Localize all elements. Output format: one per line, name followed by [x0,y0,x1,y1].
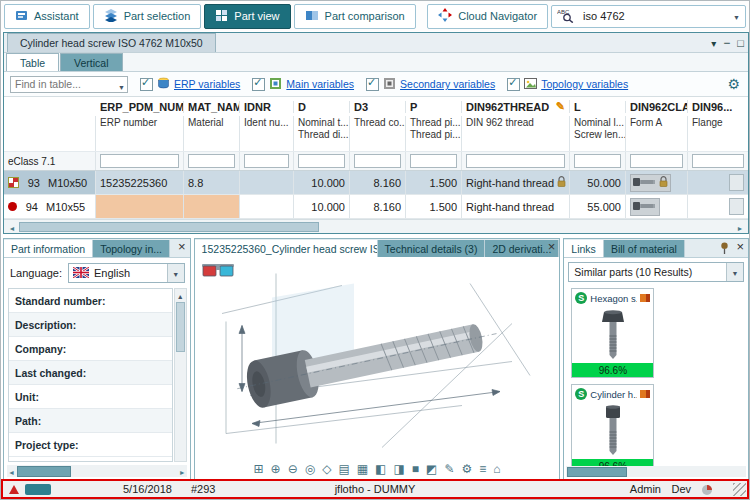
col-header-p[interactable]: P [406,101,462,113]
table-row[interactable]: 93 M10x50 15235225360 8.8 10.000 8.160 1… [4,171,748,195]
field-standard-number[interactable]: Standard number: [9,289,172,313]
rotate-icon[interactable] [305,462,315,476]
table-horizontal-scrollbar[interactable] [4,219,748,233]
scrollbar-thumb[interactable] [567,467,627,477]
search-input[interactable] [581,9,727,23]
col-header-d3[interactable]: D3 [350,101,406,113]
scroll-up-icon[interactable] [175,289,186,301]
browse-button[interactable] [729,198,744,215]
tab-bill-of-material[interactable]: Bill of material [604,240,685,257]
cell-erp-pdm-number[interactable]: 15235225360 [96,171,184,194]
column-filter-input[interactable] [630,154,683,168]
scroll-left-icon[interactable] [8,465,15,477]
secondary-variables-checkbox[interactable] [366,78,379,91]
erp-variables-checkbox[interactable] [140,78,153,91]
cell-idnr[interactable] [240,195,294,218]
secondary-variables-link[interactable]: Secondary variables [400,78,495,90]
col-header-mat-name[interactable]: MAT_NAME [184,101,240,113]
field-last-changed[interactable]: Last changed: [9,361,172,385]
top-view-icon[interactable] [357,462,368,476]
tab-assistant[interactable]: Assistant [4,4,90,29]
edit-pencil-icon[interactable] [556,100,565,113]
minimize-icon[interactable] [723,36,730,50]
tab-part-view[interactable]: Part view [204,4,290,29]
tab-links[interactable]: Links [564,240,604,257]
scroll-right-icon[interactable] [179,465,186,477]
erp-variables-link[interactable]: ERP variables [174,78,240,90]
close-icon[interactable] [548,241,556,253]
column-filter-input[interactable] [466,154,565,168]
scroll-left-icon[interactable] [5,221,19,233]
pin-icon[interactable] [720,242,729,256]
col-header-l[interactable]: L [570,101,626,113]
shaded-view-icon[interactable] [412,462,419,476]
column-filter-input[interactable] [188,154,235,168]
tab-part-information[interactable]: Part information [4,240,93,257]
menu-icon[interactable] [479,462,486,476]
tab-topology-information[interactable]: Topology in... [93,240,170,257]
cell-erp-pdm-number[interactable] [96,195,184,218]
status-connection-icon[interactable] [701,484,713,498]
cell-d3[interactable]: 8.160 [350,195,406,218]
cell-din962thread[interactable]: Right-hand thread [462,171,570,194]
scrollbar-thumb[interactable] [17,466,71,477]
chevron-down-icon[interactable] [711,37,716,49]
field-project-type[interactable]: Project type: [9,433,172,457]
scroll-right-icon[interactable] [733,221,747,233]
eclass-row-label[interactable]: eClass 7.1 [4,152,96,170]
scrollbar-thumb[interactable] [19,222,319,232]
screw-3d-drawing[interactable] [212,266,542,453]
table-row[interactable]: 94 M10x55 10.000 8.160 1.500 Right-hand … [4,195,748,219]
cell-din962class[interactable] [626,171,688,194]
col-header-din962thread[interactable]: DIN962THREAD [462,100,570,113]
scrollbar-thumb[interactable] [176,302,185,352]
document-tab[interactable]: Cylinder head screw ISO 4762 M10x50 [7,33,216,52]
cell-din96[interactable] [688,171,748,194]
tab-part-comparison[interactable]: Part comparison [294,4,416,29]
fields-vertical-scrollbar[interactable] [174,288,187,462]
cell-d[interactable]: 10.000 [294,195,350,218]
tab-3d-model[interactable]: 15235225360_Cylinder head screw IS... [195,240,378,257]
cell-p[interactable]: 1.500 [406,195,462,218]
cell-l[interactable]: 50.000 [570,171,626,194]
column-filter-input[interactable] [298,154,345,168]
browse-button[interactable] [729,174,744,191]
similar-parts-select[interactable]: Similar parts (10 Results) [568,262,744,282]
similar-part-card[interactable]: S Cylinder h... 96.6% [571,384,654,474]
tab-vertical-view[interactable]: Vertical [60,53,122,71]
measure-icon[interactable] [444,462,454,476]
topology-variables-checkbox[interactable] [507,78,520,91]
field-unit[interactable]: Unit: [9,385,172,409]
close-icon[interactable] [736,241,744,253]
column-filter-input[interactable] [574,154,621,168]
col-header-din962class[interactable]: DIN962CLASS [626,100,688,113]
tab-technical-details[interactable]: Technical details (3) [378,240,486,257]
cell-d[interactable]: 10.000 [294,171,350,194]
home-view-icon[interactable] [493,462,500,476]
fields-horizontal-scrollbar[interactable] [7,465,187,477]
iso-view-icon[interactable] [375,462,386,476]
field-company[interactable]: Company: [9,337,172,361]
main-variables-toggle[interactable]: Main variables [252,77,354,92]
viewport-settings-icon[interactable] [461,462,472,476]
resize-grip[interactable] [733,483,746,496]
column-filter-input[interactable] [692,154,744,168]
column-filter-input[interactable] [354,154,401,168]
secondary-variables-toggle[interactable]: Secondary variables [366,77,495,92]
table-settings[interactable] [727,76,742,92]
links-horizontal-scrollbar[interactable] [566,466,746,477]
row-label-cell[interactable]: 94 M10x55 [4,195,96,218]
section-icon[interactable] [426,462,437,476]
col-header-d[interactable]: D [294,101,350,113]
col-header-erp-pdm-number[interactable]: ERP_PDM_NUMBER [96,101,184,113]
restore-icon[interactable] [737,37,744,49]
preview-3d-viewport[interactable] [195,257,560,479]
dropdown-button[interactable] [726,263,743,281]
topology-variables-link[interactable]: Topology variables [541,78,628,90]
cell-din96[interactable] [688,195,748,218]
field-path[interactable]: Path: [9,409,172,433]
tab-table-view[interactable]: Table [6,53,59,71]
cell-idnr[interactable] [240,171,294,194]
cell-mat-name[interactable]: 8.8 [184,171,240,194]
find-in-table-input[interactable] [10,76,128,93]
